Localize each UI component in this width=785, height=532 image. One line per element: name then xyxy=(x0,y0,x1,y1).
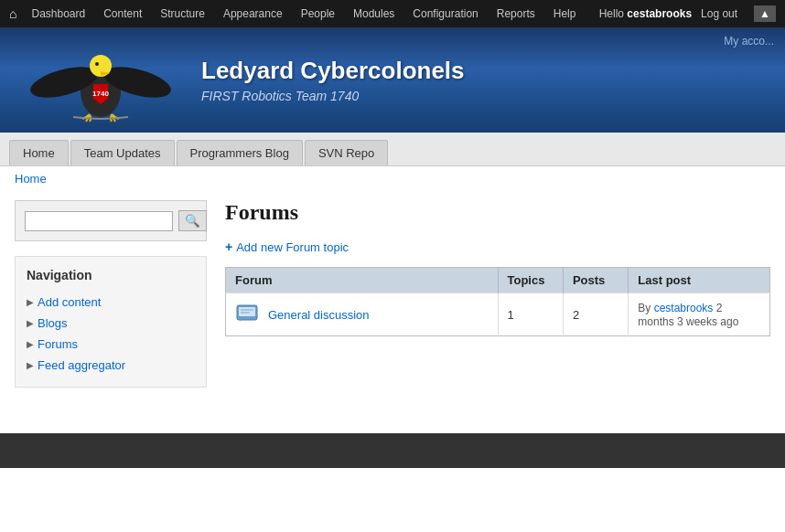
hello-text: Hello cestabrooks xyxy=(599,7,692,20)
admin-nav-item-people[interactable]: People xyxy=(292,7,344,20)
nav-arrow-icon: ▶ xyxy=(27,360,34,370)
table-header-forum: Forum xyxy=(226,268,499,293)
svg-text:1740: 1740 xyxy=(92,90,109,98)
primary-navigation: HomeTeam UpdatesProgrammers BlogSVN Repo xyxy=(0,133,785,166)
search-box: 🔍 xyxy=(15,200,207,241)
navigation-heading: Navigation xyxy=(27,268,195,282)
table-header-topics: Topics xyxy=(498,268,563,293)
nav-link[interactable]: Forums xyxy=(38,337,78,351)
tab-programmers-blog[interactable]: Programmers Blog xyxy=(177,140,303,165)
admin-nav-item-help[interactable]: Help xyxy=(544,7,586,20)
scroll-top-button[interactable]: ▲ xyxy=(754,5,776,22)
nav-arrow-icon: ▶ xyxy=(27,339,34,349)
admin-nav-item-configuration[interactable]: Configuration xyxy=(403,7,487,20)
svg-rect-10 xyxy=(239,307,255,316)
site-header: 1740 Ledyard Cybercolonels FIRST Robotic… xyxy=(0,27,785,133)
admin-nav-item-reports[interactable]: Reports xyxy=(488,7,544,20)
nav-item-blogs: ▶Blogs xyxy=(27,313,195,334)
tab-home[interactable]: Home xyxy=(9,140,69,165)
nav-item-forums: ▶Forums xyxy=(27,334,195,355)
my-account-link[interactable]: My acco... xyxy=(724,35,774,48)
topics-count: 1 xyxy=(498,293,563,336)
add-topic-row: + Add new Forum topic xyxy=(225,239,770,267)
forum-icon xyxy=(235,302,261,327)
site-subtitle: FIRST Robotics Team 1740 xyxy=(201,89,767,103)
admin-bar-left: ⌂ DashboardContentStructureAppearancePeo… xyxy=(9,6,585,21)
last-post-user-link[interactable]: cestabrooks xyxy=(654,302,714,314)
add-topic-label: Add new Forum topic xyxy=(236,240,349,254)
table-header-last-post: Last post xyxy=(629,268,770,293)
nav-link[interactable]: Blogs xyxy=(38,316,68,330)
table-header-posts: Posts xyxy=(563,268,628,293)
table-row: General discussion 12By cestabrooks 2 mo… xyxy=(226,293,770,336)
admin-bar-right: Hello cestabrooks Log out ▲ xyxy=(599,5,776,22)
home-icon[interactable]: ⌂ xyxy=(9,6,16,21)
search-input[interactable] xyxy=(25,211,173,231)
site-title-block: Ledyard Cybercolonels FIRST Robotics Tea… xyxy=(201,57,767,103)
navigation-block: Navigation ▶Add content▶Blogs▶Forums▶Fee… xyxy=(15,256,207,388)
admin-nav-item-appearance[interactable]: Appearance xyxy=(214,7,292,20)
admin-bar: ⌂ DashboardContentStructureAppearancePeo… xyxy=(0,0,785,27)
forum-cell: General discussion xyxy=(235,302,489,327)
site-logo: 1740 xyxy=(18,37,183,123)
sidebar: 🔍 Navigation ▶Add content▶Blogs▶Forums▶F… xyxy=(15,200,207,388)
plus-icon: + xyxy=(225,239,232,254)
footer xyxy=(0,433,785,468)
admin-nav-item-modules[interactable]: Modules xyxy=(344,7,403,20)
site-title: Ledyard Cybercolonels xyxy=(201,57,767,85)
logo-image: 1740 xyxy=(18,37,183,123)
logout-link[interactable]: Log out xyxy=(701,7,737,20)
forums-table: ForumTopicsPostsLast post General discus… xyxy=(225,267,770,336)
admin-nav-item-structure[interactable]: Structure xyxy=(151,7,214,20)
add-topic-link[interactable]: + Add new Forum topic xyxy=(225,239,349,254)
forums-table-header: ForumTopicsPostsLast post xyxy=(226,268,770,293)
admin-username: cestabrooks xyxy=(627,7,692,20)
main-content: Forums + Add new Forum topic ForumTopics… xyxy=(225,200,770,388)
forums-table-body: General discussion 12By cestabrooks 2 mo… xyxy=(226,293,770,336)
nav-items-container: ▶Add content▶Blogs▶Forums▶Feed aggregato… xyxy=(27,292,195,376)
breadcrumb-home-link[interactable]: Home xyxy=(15,172,47,186)
breadcrumb: Home xyxy=(0,166,785,191)
nav-arrow-icon: ▶ xyxy=(27,297,34,307)
admin-nav-item-content[interactable]: Content xyxy=(94,7,151,20)
admin-nav-item-dashboard[interactable]: Dashboard xyxy=(22,7,94,20)
svg-point-6 xyxy=(95,62,99,66)
last-post-text: By cestabrooks 2 months 3 weeks ago xyxy=(638,302,738,328)
nav-link[interactable]: Feed aggregator xyxy=(38,358,125,372)
forum-name-link[interactable]: General discussion xyxy=(268,308,370,322)
nav-item-feed-aggregator: ▶Feed aggregator xyxy=(27,355,195,376)
main-layout: 🔍 Navigation ▶Add content▶Blogs▶Forums▶F… xyxy=(0,191,785,397)
search-button[interactable]: 🔍 xyxy=(178,210,207,231)
admin-navigation: DashboardContentStructureAppearancePeopl… xyxy=(22,7,585,20)
tab-team-updates[interactable]: Team Updates xyxy=(70,140,175,165)
search-icon: 🔍 xyxy=(185,214,200,228)
page-title: Forums xyxy=(225,200,770,225)
nav-link[interactable]: Add content xyxy=(38,295,101,309)
posts-count: 2 xyxy=(563,293,628,336)
nav-item-add-content: ▶Add content xyxy=(27,292,195,313)
nav-arrow-icon: ▶ xyxy=(27,318,34,328)
tab-svn-repo[interactable]: SVN Repo xyxy=(305,140,388,165)
